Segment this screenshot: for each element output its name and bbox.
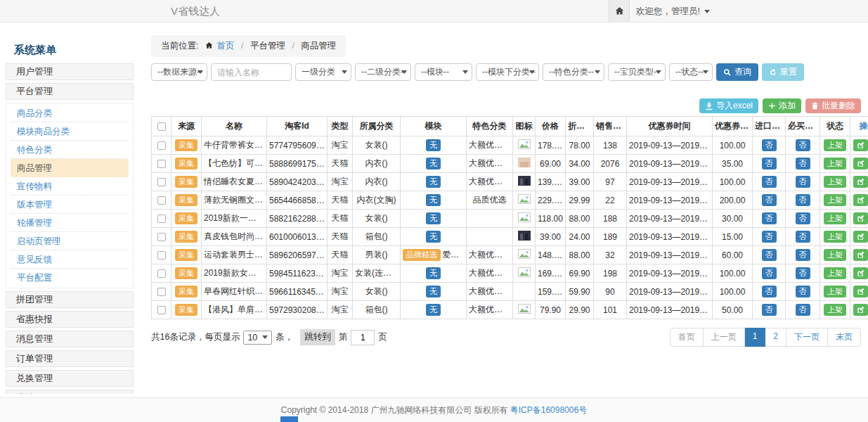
status-badge[interactable]: 上架 [824,304,846,316]
batch-delete-button[interactable]: 批量删除 [805,98,861,113]
must-buy-badge[interactable]: 否 [796,231,810,243]
status-badge[interactable]: 上架 [824,267,846,279]
sidebar-subitem[interactable]: 商品管理 [11,159,129,177]
import-select-badge[interactable]: 否 [762,249,777,261]
sidebar-subitem[interactable]: 模块商品分类 [11,122,129,141]
per-page-select[interactable]: 10 [243,331,272,345]
sidebar-subitem[interactable]: 版本管理 [11,196,129,214]
page-button[interactable]: 下一页 [786,328,828,347]
must-buy-badge[interactable]: 否 [796,286,810,298]
import-excel-button[interactable]: 导入excel [699,98,758,113]
import-select-badge[interactable]: 否 [762,194,777,206]
row-checkbox[interactable] [157,233,166,241]
status-badge[interactable]: 上架 [824,212,846,224]
status-badge[interactable]: 上架 [824,231,846,243]
status-badge[interactable]: 上架 [824,158,846,170]
filter-select[interactable]: --宝贝类型-- [608,63,666,81]
sidebar-subitem[interactable]: 宣传物料 [11,177,129,196]
must-buy-badge[interactable]: 否 [796,176,810,188]
page-button[interactable]: 2 [765,328,786,347]
sidebar-subitem[interactable]: 启动页管理 [11,232,129,250]
import-select-badge[interactable]: 否 [762,176,777,188]
must-buy-badge[interactable]: 否 [796,158,810,170]
row-checkbox[interactable] [157,251,166,260]
edit-button[interactable] [853,231,868,243]
breadcrumb-home-link[interactable]: 首页 [216,41,234,51]
row-checkbox[interactable] [157,269,166,278]
home-button[interactable] [609,0,630,22]
filter-select[interactable]: --模块-- [415,63,472,81]
edit-button[interactable] [853,249,868,261]
page-button[interactable]: 首页 [670,328,704,347]
edit-button[interactable] [853,304,868,316]
search-button[interactable]: 查询 [716,63,758,81]
sidebar-subitem[interactable]: 平台配置 [11,269,129,287]
status-badge[interactable]: 上架 [824,249,846,261]
must-buy-badge[interactable]: 否 [796,267,810,279]
status-badge[interactable]: 上架 [824,194,846,206]
icp-link[interactable]: 粤ICP备16098006号 [510,404,587,416]
sidebar-item[interactable]: 统计管理 [6,390,134,394]
filter-select[interactable]: --二级分类-- [355,63,411,81]
page-button[interactable]: 上一页 [704,328,745,347]
import-select-badge[interactable]: 否 [762,231,777,243]
add-button[interactable]: 添加 [763,98,801,113]
source-cell: 采集 [171,228,202,246]
user-menu[interactable]: 欢迎您，管理员! [636,0,710,23]
import-select-badge[interactable]: 否 [762,267,777,279]
sidebar-item[interactable]: 订单管理 [6,350,134,367]
sidebar-item[interactable]: 兑换管理 [6,370,134,387]
reset-button[interactable]: 重置 [762,63,804,81]
must-buy-badge[interactable]: 否 [796,212,810,224]
import-select-badge[interactable]: 否 [762,139,777,151]
row-checkbox[interactable] [157,306,166,314]
status-badge[interactable]: 上架 [824,286,846,298]
must-buy-badge[interactable]: 否 [796,249,810,261]
page-button[interactable]: 末页 [828,328,861,347]
select-all-checkbox[interactable] [157,122,166,131]
sidebar-item[interactable]: 用户管理 [6,63,134,80]
import-select-badge[interactable]: 否 [762,286,777,298]
row-checkbox[interactable] [157,215,166,223]
row-checkbox[interactable] [157,288,166,296]
status-badge[interactable]: 上架 [824,139,846,151]
edit-icon [857,160,864,167]
sidebar-subitem[interactable]: 意见反馈 [11,250,129,269]
sidebar-item[interactable]: 平台管理 [6,83,134,100]
row-checkbox[interactable] [157,178,166,186]
name-search-input[interactable] [211,63,292,81]
edit-button[interactable] [853,139,868,151]
row-checkbox[interactable] [157,160,166,168]
jump-button[interactable]: 跳转到 [300,329,335,345]
must-buy-badge[interactable]: 否 [796,304,810,316]
status-badge[interactable]: 上架 [824,176,846,188]
name-cell: 牛仔背带裤女秋装减龄... [202,136,267,155]
import-select-badge[interactable]: 否 [762,304,777,316]
sidebar-subitem[interactable]: 商品分类 [11,104,129,122]
must-buy-badge[interactable]: 否 [796,194,810,206]
must-buy-badge[interactable]: 否 [796,139,810,151]
filter-select[interactable]: --状态-- [669,63,713,81]
sidebar-subitem[interactable]: 轮播管理 [11,214,129,232]
sidebar-item[interactable]: 拼团管理 [6,291,134,308]
filter-select[interactable]: --数据来源-- [151,63,207,81]
price-cell: 148.00 [536,246,566,264]
filter-select[interactable]: --模块下分类-- [476,63,539,81]
filter-select[interactable]: 一级分类 [295,63,351,81]
import-select-badge[interactable]: 否 [762,158,777,170]
edit-button[interactable] [853,286,868,298]
edit-button[interactable] [853,267,868,279]
filter-select[interactable]: --特色分类-- [543,63,604,81]
sidebar-item[interactable]: 消息管理 [6,331,134,347]
sidebar-item[interactable]: 省惠快报 [6,311,134,328]
row-checkbox[interactable] [157,196,166,205]
edit-button[interactable] [853,212,868,224]
import-select-badge[interactable]: 否 [762,212,777,224]
edit-button[interactable] [853,158,868,170]
page-number-input[interactable] [351,330,375,345]
row-checkbox[interactable] [157,141,166,150]
sidebar-subitem[interactable]: 特色分类 [11,141,129,159]
edit-button[interactable] [853,176,868,188]
edit-button[interactable] [853,194,868,206]
page-button[interactable]: 1 [745,328,766,347]
